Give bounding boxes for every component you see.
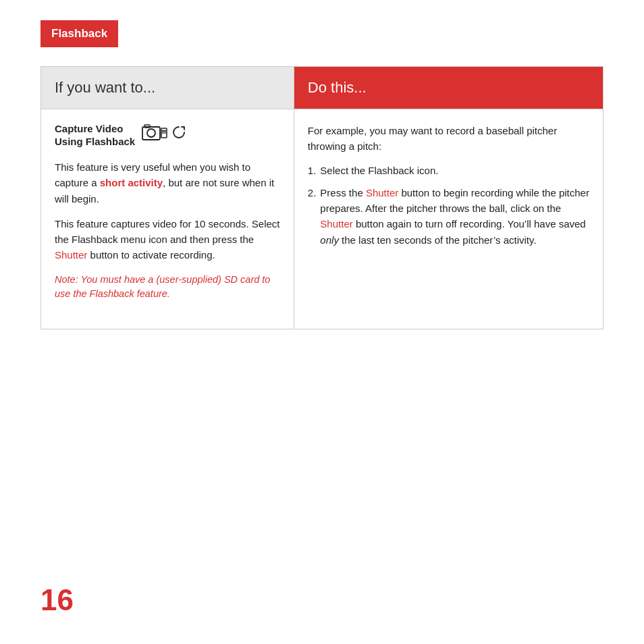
step-1-text: Select the Flashback icon. <box>320 163 438 178</box>
left-para2-red: Shutter <box>55 249 87 261</box>
capture-heading-line2: Using Flashback <box>55 136 135 147</box>
page: Flashback If you want to... Do this... <box>0 0 644 644</box>
step-2-num: 2. <box>308 185 317 248</box>
main-table: If you want to... Do this... Capture Vid… <box>41 66 603 329</box>
left-para-1: This feature is very useful when you wis… <box>55 159 280 207</box>
step-1: 1. Select the Flashback icon. <box>308 163 589 178</box>
page-title: Flashback <box>51 27 107 40</box>
camera-icons <box>142 123 186 142</box>
svg-rect-2 <box>144 125 150 128</box>
header-bar: Flashback <box>41 20 118 47</box>
right-heading: Do this... <box>308 79 589 97</box>
camera-icon <box>142 123 167 142</box>
step-1-num: 1. <box>308 163 317 178</box>
right-intro: For example, you may want to record a ba… <box>308 123 589 155</box>
step-2: 2. Press the Shutter button to begin rec… <box>308 185 589 248</box>
left-para2-after: button to activate recording. <box>87 249 215 261</box>
left-para-2: This feature captures video for 10 secon… <box>55 216 280 263</box>
svg-point-5 <box>164 130 166 132</box>
capture-video-heading-text: Capture Video Using Flashback <box>55 123 135 149</box>
rotate-icon <box>171 125 186 140</box>
step-2-red1: Shutter <box>366 187 398 198</box>
step-2-italic: only <box>320 234 339 246</box>
svg-point-1 <box>147 129 155 137</box>
capture-video-heading-row: Capture Video Using Flashback <box>55 123 280 149</box>
left-note-text: Note: You must have a (user-supplied) SD… <box>55 274 270 300</box>
page-number: 16 <box>41 583 74 617</box>
left-heading: If you want to... <box>55 79 280 97</box>
step-2-after: button again to turn off recording. You’… <box>353 218 586 230</box>
left-para1-bold-red: short activity <box>100 177 163 188</box>
left-note: Note: You must have a (user-supplied) SD… <box>55 273 280 302</box>
col-left-header: If you want to... <box>41 67 294 109</box>
capture-heading-line1: Capture Video <box>55 123 135 134</box>
left-para2-before: This feature captures video for 10 secon… <box>55 218 280 245</box>
step-2-red2: Shutter <box>320 218 352 230</box>
svg-point-4 <box>162 130 164 132</box>
step-2-before: Press the <box>320 187 366 198</box>
step-2-end: the last ten seconds of the pitcher’s ac… <box>339 234 537 246</box>
steps-list: 1. Select the Flashback icon. 2. Press t… <box>308 163 589 248</box>
col-right-header: Do this... <box>294 67 603 109</box>
left-content: Capture Video Using Flashback <box>41 109 294 329</box>
right-content: For example, you may want to record a ba… <box>294 109 603 329</box>
step-2-text: Press the Shutter button to begin record… <box>320 185 589 248</box>
